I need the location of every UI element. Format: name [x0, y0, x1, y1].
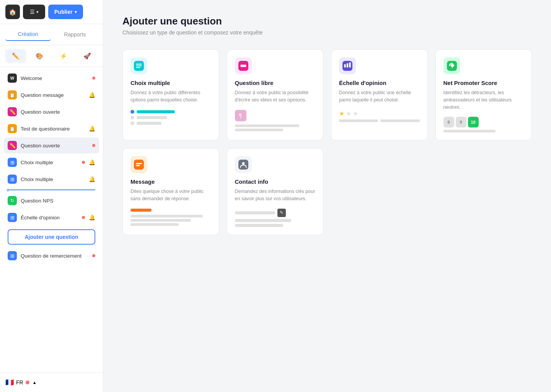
edit-icon-tab[interactable]: ✏️: [5, 49, 26, 63]
contact-info-preview: ✎: [235, 209, 316, 227]
echelle-opinion-icon: ⊞: [8, 213, 17, 222]
svg-rect-14: [136, 163, 142, 164]
publish-button[interactable]: Publier ▾: [48, 5, 83, 19]
contact-edit-icon: ✎: [277, 209, 286, 217]
question-nps-icon: ↻: [8, 196, 17, 205]
question-libre-card-icon: [235, 57, 252, 74]
test-questionnaire-icon: 📋: [8, 124, 17, 133]
echelle-opinion-card-icon: [339, 57, 356, 74]
footer-red-dot: [26, 381, 29, 384]
footer-chevron-icon: ▲: [33, 380, 37, 385]
theme-icon-tab[interactable]: 🎨: [29, 49, 50, 63]
echelle-opinion-preview: ★ ★ ★: [339, 110, 420, 122]
thank-you-label: Question de remerciement: [21, 253, 88, 259]
card-message[interactable]: Message Dites quelque chose à votre publ…: [122, 148, 219, 235]
tab-rapports[interactable]: Rapports: [52, 28, 98, 41]
sidebar-item-question-message[interactable]: 📋 Question message 🔔: [4, 87, 99, 103]
test-questionnaire-label: Test de questionnaire: [21, 126, 85, 132]
icon-tabs: ✏️ 🎨 ⚡ 🚀: [0, 45, 103, 67]
add-question-button[interactable]: Ajouter une question: [8, 229, 95, 245]
echelle-opinion-card-title: Échelle d'opinion: [339, 80, 420, 86]
question-message-label: Question message: [21, 92, 85, 98]
sidebar: 🏠 ☰ ▾ Publier ▾ Création Rapports ✏️ 🎨 ⚡…: [0, 0, 103, 392]
sidebar-item-choix-multiple-1[interactable]: ⊞ Choix multiple 🔔: [4, 154, 99, 170]
echelle-opinion-label: Échelle d'opinion: [21, 215, 78, 220]
star-1: ★: [339, 110, 344, 117]
card-choix-multiple[interactable]: Choix multiple Donnez à votre public dif…: [122, 49, 219, 140]
nps-preview: 8 9 10: [443, 117, 524, 132]
sidebar-list: W Welcome 📋 Question message 🔔 ✏️ Questi…: [0, 67, 103, 372]
sidebar-item-welcome[interactable]: W Welcome: [4, 70, 99, 86]
question-message-bell: 🔔: [89, 92, 95, 98]
choix-multiple-1-label: Choix multiple: [21, 160, 78, 165]
card-nps[interactable]: Net Promoter Score Identifiez les détrac…: [435, 49, 532, 140]
sidebar-item-test-questionnaire[interactable]: 📋 Test de questionnaire 🔔: [4, 121, 99, 137]
message-card-desc: Dites quelque chose à votre public sans …: [130, 188, 211, 203]
message-card-icon: [130, 156, 147, 173]
choix-multiple-2-bell: 🔔: [89, 176, 95, 182]
svg-point-17: [242, 162, 245, 165]
contact-info-card-desc: Demandez des informations clés pour en s…: [235, 188, 316, 203]
message-card-title: Message: [130, 178, 211, 185]
svg-rect-2: [136, 65, 142, 66]
choix-multiple-preview: [130, 110, 211, 125]
sidebar-item-question-nps[interactable]: ↻ Question NPS: [4, 193, 99, 209]
question-libre-preview: ¶: [235, 110, 316, 131]
thank-you-red-dot: [92, 254, 95, 257]
sidebar-item-question-ouverte-1[interactable]: ✏️ Question ouverte: [4, 104, 99, 120]
svg-rect-9: [344, 64, 346, 68]
menu-button[interactable]: ☰ ▾: [23, 5, 45, 19]
nps-card-title: Net Promoter Score: [443, 80, 524, 86]
choix-multiple-2-icon: ⊞: [8, 175, 17, 184]
choix-multiple-1-bell: 🔔: [89, 159, 95, 165]
question-cards-grid: Choix multiple Donnez à votre public dif…: [122, 49, 532, 235]
publish-chevron-icon: ▾: [75, 10, 77, 15]
page-title: Ajouter une question: [122, 15, 532, 27]
welcome-label: Welcome: [21, 75, 88, 81]
sidebar-item-choix-multiple-2[interactable]: ⊞ Choix multiple 🔔: [4, 171, 99, 187]
echelle-opinion-red-dot: [82, 216, 85, 219]
add-divider: +: [8, 189, 95, 190]
logic-icon-tab[interactable]: ⚡: [53, 49, 74, 63]
choix-multiple-1-red-dot: [82, 161, 85, 164]
sidebar-item-thank-you[interactable]: ⊞ Question de remerciement: [4, 248, 99, 264]
svg-rect-3: [136, 67, 140, 68]
message-preview: [130, 209, 211, 226]
welcome-red-dot: [92, 77, 95, 80]
question-libre-card-desc: Donnez à votre public la possibilité d'é…: [235, 89, 316, 104]
choix-multiple-1-icon: ⊞: [8, 158, 17, 167]
sidebar-item-echelle-opinion[interactable]: ⊞ Échelle d'opinion 🔔: [4, 209, 99, 225]
sidebar-footer[interactable]: 🇫🇷 FR ▲: [0, 372, 103, 392]
test-questionnaire-bell: 🔔: [89, 126, 95, 132]
choix-multiple-2-label: Choix multiple: [21, 176, 85, 182]
card-contact-info[interactable]: Contact info Demandez des informations c…: [227, 148, 324, 235]
nps-box-10: 10: [468, 117, 479, 127]
svg-rect-13: [134, 160, 144, 170]
contact-info-card-title: Contact info: [235, 178, 316, 185]
sidebar-item-question-ouverte-2[interactable]: ✏️ Question ouverte: [4, 137, 99, 154]
home-button[interactable]: 🏠: [5, 5, 20, 19]
card-question-libre[interactable]: Question libre Donnez à votre public la …: [227, 49, 324, 140]
choix-multiple-card-title: Choix multiple: [130, 80, 211, 86]
question-ouverte-2-label: Question ouverte: [21, 143, 88, 149]
nps-card-desc: Identifiez les détracteurs, les ambassad…: [443, 89, 524, 111]
nps-card-icon: [443, 57, 460, 74]
tab-creation[interactable]: Création: [5, 28, 51, 41]
nps-box-8: 8: [443, 117, 454, 127]
card-echelle-opinion[interactable]: Échelle d'opinion Donnez à votre public …: [331, 49, 428, 140]
flag-icon: 🇫🇷: [5, 378, 14, 387]
main-content: Ajouter une question Choisissez un type …: [103, 0, 551, 392]
hamburger-icon: ☰: [30, 9, 35, 15]
question-libre-card-title: Question libre: [235, 80, 316, 86]
publish-label: Publier: [54, 9, 72, 15]
rocket-icon-tab[interactable]: 🚀: [77, 49, 98, 63]
sidebar-header: 🏠 ☰ ▾ Publier ▾: [0, 0, 103, 24]
star-2: ★: [346, 110, 351, 117]
question-message-icon: 📋: [8, 90, 17, 100]
svg-rect-1: [136, 64, 142, 65]
language-label: FR: [16, 379, 23, 385]
echelle-opinion-card-desc: Donnez à votre public une échelle parmi …: [339, 89, 420, 104]
menu-chevron-icon: ▾: [36, 10, 39, 15]
page-subtitle: Choisissez un type de question et compos…: [122, 29, 532, 36]
question-ouverte-1-label: Question ouverte: [21, 109, 95, 115]
